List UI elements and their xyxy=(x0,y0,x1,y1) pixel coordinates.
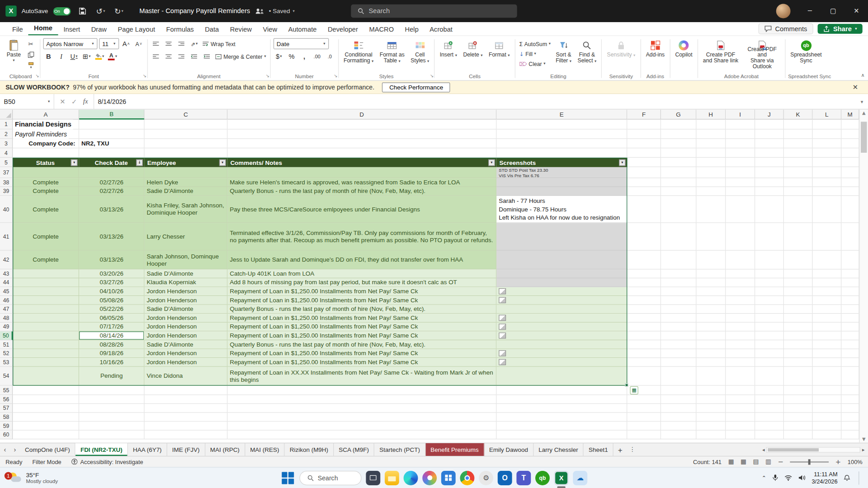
align-top-button[interactable] xyxy=(151,38,161,49)
cell-I54[interactable] xyxy=(726,367,755,386)
zoom-level[interactable]: 100% xyxy=(848,458,863,465)
align-left-button[interactable] xyxy=(151,51,161,62)
cell-F56[interactable] xyxy=(627,395,661,404)
sheet-tab-8[interactable]: Startech (PCT) xyxy=(374,443,425,456)
sheet-tab-3[interactable]: IME (FJV) xyxy=(167,443,205,456)
table-header-comments-notes[interactable]: Comments/ Notes▾ xyxy=(227,158,496,167)
cell-L48[interactable] xyxy=(813,314,842,323)
ribbon-tab-review[interactable]: Review xyxy=(225,24,258,36)
format-painter-button[interactable] xyxy=(25,60,37,70)
cell-H5[interactable] xyxy=(696,158,726,167)
cell-screenshot-44[interactable] xyxy=(496,278,627,287)
row-header-59[interactable]: 59 xyxy=(0,422,13,431)
cell-G5[interactable] xyxy=(661,158,696,167)
align-bottom-button[interactable] xyxy=(176,38,187,49)
cell-H40[interactable] xyxy=(696,196,726,223)
cell-G45[interactable] xyxy=(661,287,696,296)
cell-K1[interactable] xyxy=(784,119,813,129)
column-header-I[interactable]: I xyxy=(726,109,755,119)
cell-J2[interactable] xyxy=(755,130,784,139)
hscroll-right-icon[interactable]: ▸ xyxy=(862,447,865,452)
cell-F53[interactable] xyxy=(627,358,661,367)
cell-K44[interactable] xyxy=(784,278,813,287)
cell-G57[interactable] xyxy=(661,404,696,413)
cell-A58[interactable] xyxy=(13,413,79,422)
task-view-icon[interactable] xyxy=(366,470,380,485)
ribbon-tab-page-layout[interactable]: Page Layout xyxy=(112,24,160,36)
table-header-screenshots[interactable]: Screenshots▾ xyxy=(496,158,627,167)
cell-G42[interactable] xyxy=(661,251,696,270)
cell-B60[interactable] xyxy=(79,431,144,440)
ribbon-tab-automate[interactable]: Automate xyxy=(283,24,322,36)
page-layout-view-icon[interactable]: ▤ xyxy=(753,458,759,465)
cell-E4[interactable] xyxy=(496,148,627,158)
cell-F52[interactable] xyxy=(627,349,661,358)
cell-H42[interactable] xyxy=(696,251,726,270)
cell-L55[interactable] xyxy=(813,385,842,395)
cell-C3[interactable] xyxy=(145,139,228,148)
cell-H51[interactable] xyxy=(696,340,726,349)
cell-C55[interactable] xyxy=(145,385,228,395)
cell-C56[interactable] xyxy=(145,395,228,404)
cell-M53[interactable] xyxy=(841,358,859,367)
cell-J57[interactable] xyxy=(755,404,784,413)
cell-F54[interactable] xyxy=(627,367,661,386)
cell-K57[interactable] xyxy=(784,404,813,413)
cell-E57[interactable] xyxy=(496,404,627,413)
taskbar-search[interactable]: Search xyxy=(299,470,361,485)
cell-F45[interactable] xyxy=(627,287,661,296)
screenshot-thumbnail-icon[interactable] xyxy=(499,288,506,294)
fill-color-button[interactable]: ▾ xyxy=(94,51,105,62)
filter-button-icon[interactable]: ▾ xyxy=(219,159,226,166)
cell-employee-37[interactable] xyxy=(145,167,228,178)
cell-I50[interactable] xyxy=(726,331,755,340)
cell-G56[interactable] xyxy=(661,395,696,404)
cell-K38[interactable] xyxy=(784,178,813,187)
row-header-56[interactable]: 56 xyxy=(0,395,13,404)
column-header-D[interactable]: D xyxy=(227,109,496,119)
cell-F4[interactable] xyxy=(627,148,661,158)
wrap-text-button[interactable]: Wrap Text xyxy=(201,38,236,49)
cell-H45[interactable] xyxy=(696,287,726,296)
cell-notes-53[interactable]: Repayment of Loan in $1,250.00 Installme… xyxy=(227,358,496,367)
row-header-44[interactable]: 44 xyxy=(0,278,13,287)
column-header-F[interactable]: F xyxy=(627,109,661,119)
cell-I47[interactable] xyxy=(726,305,755,314)
cell-notes-47[interactable]: Quarterly Bonus - runs the last pay of m… xyxy=(227,305,496,314)
cell-L59[interactable] xyxy=(813,422,842,431)
name-box[interactable]: B50▾ xyxy=(0,94,54,109)
font-dialog-launcher[interactable]: ↘ xyxy=(143,74,146,79)
cell-K43[interactable] xyxy=(784,269,813,278)
row-header-40[interactable]: 40 xyxy=(0,196,13,223)
edge-icon[interactable] xyxy=(404,470,418,485)
cell-G46[interactable] xyxy=(661,296,696,305)
cell-H54[interactable] xyxy=(696,367,726,386)
normal-view-icon[interactable]: ▦ xyxy=(741,458,746,465)
cell-date-47[interactable]: 05/22/26 xyxy=(79,305,144,314)
hscroll-left-icon[interactable]: ◂ xyxy=(762,447,765,452)
cell-F60[interactable] xyxy=(627,431,661,440)
cell-date-42[interactable]: 03/13/26 xyxy=(79,251,144,270)
align-right-button[interactable] xyxy=(176,51,187,62)
cell-M5[interactable] xyxy=(841,158,859,167)
row-header-42[interactable]: 42 xyxy=(0,251,13,270)
cell-C57[interactable] xyxy=(145,404,228,413)
cell-I1[interactable] xyxy=(726,119,755,129)
cell-employee-41[interactable]: Larry Chesser xyxy=(145,223,228,250)
scroll-down-icon[interactable]: ▼ xyxy=(862,436,866,441)
cell-C59[interactable] xyxy=(145,422,228,431)
cell-I37[interactable] xyxy=(726,167,755,178)
screenshot-thumbnail-icon[interactable] xyxy=(499,315,506,321)
sort-filter-button[interactable]: Sort &Filter ▾ xyxy=(553,38,574,65)
grid-settings-icon[interactable]: ▦ xyxy=(728,458,734,465)
format-cells-button[interactable]: Format ▾ xyxy=(486,38,512,59)
cell-K54[interactable] xyxy=(784,367,813,386)
cell-G49[interactable] xyxy=(661,323,696,332)
cell-E60[interactable] xyxy=(496,431,627,440)
cell-B4[interactable] xyxy=(79,148,144,158)
cell-K60[interactable] xyxy=(784,431,813,440)
cell-K40[interactable] xyxy=(784,196,813,223)
cell-L60[interactable] xyxy=(813,431,842,440)
settings-icon[interactable]: ⚙ xyxy=(479,470,493,485)
cell-status-51[interactable] xyxy=(13,340,79,349)
